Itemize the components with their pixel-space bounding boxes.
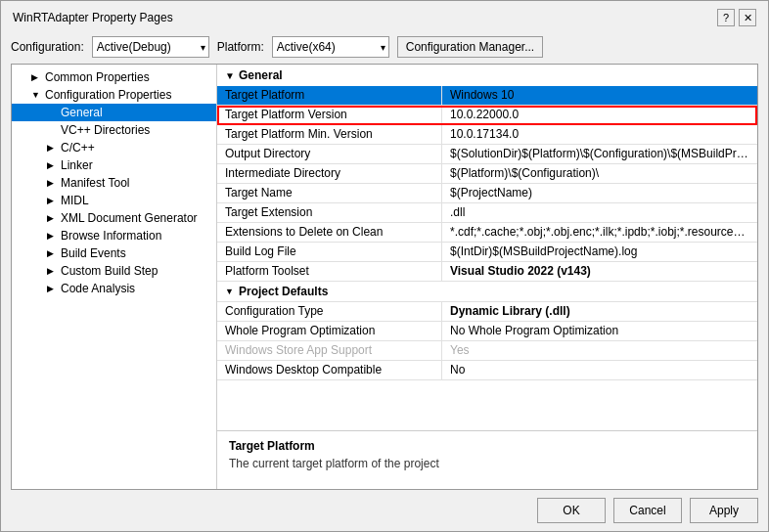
prop-row-extensions-delete[interactable]: Extensions to Delete on Clean *.cdf;*.ca…: [217, 223, 757, 243]
prop-value-target-platform-min: 10.0.17134.0: [442, 125, 757, 144]
prop-name-target-ext: Target Extension: [217, 203, 442, 222]
platform-select[interactable]: Active(x64): [272, 36, 389, 58]
sidebar-label-general: General: [61, 106, 103, 119]
sidebar-item-midl[interactable]: ▶ MIDL: [12, 192, 216, 209]
chevron-icon: ▶: [47, 196, 57, 205]
content-area: ▼ General Target Platform Windows 10 Tar…: [217, 65, 757, 489]
config-label: Configuration:: [11, 40, 84, 54]
chevron-icon: ▶: [47, 160, 57, 170]
prop-name-platform-toolset: Platform Toolset: [217, 262, 442, 281]
section-chevron-icon: ▼: [225, 287, 235, 296]
prop-name-whole-program: Whole Program Optimization: [217, 322, 442, 340]
prop-name-extensions-delete: Extensions to Delete on Clean: [217, 223, 442, 242]
sidebar-item-general[interactable]: General: [12, 104, 216, 121]
sidebar-item-manifest-tool[interactable]: ▶ Manifest Tool: [12, 174, 216, 192]
sidebar-item-code-analysis[interactable]: ▶ Code Analysis: [12, 280, 216, 297]
config-select[interactable]: Active(Debug): [92, 36, 209, 58]
prop-row-build-log[interactable]: Build Log File $(IntDir)$(MSBuildProject…: [217, 243, 757, 262]
sidebar-label-browse: Browse Information: [61, 229, 161, 243]
cancel-button[interactable]: Cancel: [613, 498, 682, 523]
general-section-label: General: [239, 68, 283, 82]
sidebar-label-code-analysis: Code Analysis: [61, 282, 135, 295]
sidebar-label-manifest: Manifest Tool: [61, 176, 129, 190]
prop-value-target-platform: Windows 10: [442, 86, 757, 105]
sidebar-label-custom-build: Custom Build Step: [61, 264, 158, 278]
sidebar-label-linker: Linker: [61, 158, 93, 172]
property-pages-dialog: WinRTAdapter Property Pages ? ✕ Configur…: [0, 0, 769, 532]
content-scroll[interactable]: ▼ General Target Platform Windows 10 Tar…: [217, 65, 757, 430]
prop-name-intermediate-dir: Intermediate Directory: [217, 164, 442, 183]
prop-row-target-name[interactable]: Target Name $(ProjectName): [217, 184, 757, 203]
sidebar-item-linker[interactable]: ▶ Linker: [12, 156, 216, 174]
sidebar-label-build-events: Build Events: [61, 246, 126, 260]
prop-value-extensions-delete: *.cdf;*.cache;*.obj;*.obj.enc;*.ilk;*.ip…: [442, 223, 757, 242]
platform-label: Platform:: [217, 40, 264, 54]
sidebar-item-browse-information[interactable]: ▶ Browse Information: [12, 227, 216, 244]
sidebar-label-config: Configuration Properties: [45, 88, 171, 102]
prop-row-target-platform-version[interactable]: Target Platform Version 10.0.22000.0: [217, 106, 757, 125]
platform-select-wrapper: Active(x64): [272, 36, 389, 58]
chevron-icon: ▶: [47, 178, 57, 188]
prop-name-target-name: Target Name: [217, 184, 442, 202]
description-title: Target Platform: [229, 439, 746, 453]
prop-row-desktop-compat[interactable]: Windows Desktop Compatible No: [217, 361, 757, 380]
prop-value-store-app-support: Yes: [442, 341, 757, 360]
sidebar-item-xml-document-generator[interactable]: ▶ XML Document Generator: [12, 209, 216, 227]
sidebar-item-cpp[interactable]: ▶ C/C++: [12, 139, 216, 156]
ok-button[interactable]: OK: [537, 498, 606, 523]
prop-row-config-type[interactable]: Configuration Type Dynamic Library (.dll…: [217, 302, 757, 322]
prop-name-target-platform-min: Target Platform Min. Version: [217, 125, 442, 144]
prop-value-platform-toolset: Visual Studio 2022 (v143): [442, 262, 757, 281]
prop-row-platform-toolset[interactable]: Platform Toolset Visual Studio 2022 (v14…: [217, 262, 757, 282]
prop-name-desktop-compat: Windows Desktop Compatible: [217, 361, 442, 379]
sidebar-item-common-properties[interactable]: ▶ Common Properties: [12, 68, 216, 86]
prop-name-build-log: Build Log File: [217, 243, 442, 261]
sidebar-label-vcpp: VC++ Directories: [61, 123, 150, 137]
chevron-icon: ▶: [47, 213, 57, 223]
title-bar-controls: ? ✕: [717, 9, 756, 26]
sidebar-item-build-events[interactable]: ▶ Build Events: [12, 244, 216, 262]
sidebar-label-cpp: C/C++: [61, 141, 95, 155]
title-bar: WinRTAdapter Property Pages ? ✕: [1, 1, 768, 30]
prop-row-target-platform[interactable]: Target Platform Windows 10: [217, 86, 757, 106]
general-section-header: ▼ General: [217, 65, 757, 86]
prop-name-store-app-support: Windows Store App Support: [217, 341, 442, 360]
prop-row-store-app-support: Windows Store App Support Yes: [217, 341, 757, 361]
prop-row-target-platform-min[interactable]: Target Platform Min. Version 10.0.17134.…: [217, 125, 757, 145]
sidebar-item-custom-build-step[interactable]: ▶ Custom Build Step: [12, 262, 216, 280]
description-area: Target Platform The current target platf…: [217, 430, 757, 489]
prop-row-whole-program[interactable]: Whole Program Optimization No Whole Prog…: [217, 322, 757, 341]
chevron-icon: ▶: [47, 248, 57, 258]
sidebar-item-configuration-properties[interactable]: ▼ Configuration Properties: [12, 86, 216, 104]
prop-row-output-dir[interactable]: Output Directory $(SolutionDir)$(Platfor…: [217, 145, 757, 164]
sidebar-item-vcpp-directories[interactable]: VC++ Directories: [12, 121, 216, 139]
chevron-icon: ▶: [47, 266, 57, 276]
chevron-icon: ▶: [47, 231, 57, 241]
prop-name-target-platform-version: Target Platform Version: [217, 106, 442, 124]
prop-value-target-name: $(ProjectName): [442, 184, 757, 202]
config-manager-button[interactable]: Configuration Manager...: [397, 36, 543, 58]
prop-name-config-type: Configuration Type: [217, 302, 442, 321]
sidebar: ▶ Common Properties ▼ Configuration Prop…: [12, 65, 217, 489]
prop-row-intermediate-dir[interactable]: Intermediate Directory $(Platform)\$(Con…: [217, 164, 757, 184]
dialog-title: WinRTAdapter Property Pages: [13, 11, 173, 24]
chevron-icon: ▶: [47, 284, 57, 293]
button-bar: OK Cancel Apply: [1, 490, 768, 531]
config-bar: Configuration: Active(Debug) Platform: A…: [1, 30, 768, 64]
help-button[interactable]: ?: [717, 9, 735, 26]
project-defaults-section-header: ▼ Project Defaults: [217, 282, 757, 302]
prop-row-target-ext[interactable]: Target Extension .dll: [217, 203, 757, 223]
prop-value-desktop-compat: No: [442, 361, 757, 379]
config-select-wrapper: Active(Debug): [92, 36, 209, 58]
main-area: ▶ Common Properties ▼ Configuration Prop…: [11, 64, 758, 490]
apply-button[interactable]: Apply: [690, 498, 758, 523]
chevron-icon: ▶: [31, 72, 41, 82]
sidebar-label-midl: MIDL: [61, 194, 89, 207]
close-button[interactable]: ✕: [739, 9, 756, 26]
prop-value-target-platform-version: 10.0.22000.0: [442, 106, 757, 124]
project-defaults-label: Project Defaults: [239, 285, 328, 298]
prop-value-target-ext: .dll: [442, 203, 757, 222]
prop-value-config-type: Dynamic Library (.dll): [442, 302, 757, 321]
prop-value-intermediate-dir: $(Platform)\$(Configuration)\: [442, 164, 757, 183]
prop-value-whole-program: No Whole Program Optimization: [442, 322, 757, 340]
